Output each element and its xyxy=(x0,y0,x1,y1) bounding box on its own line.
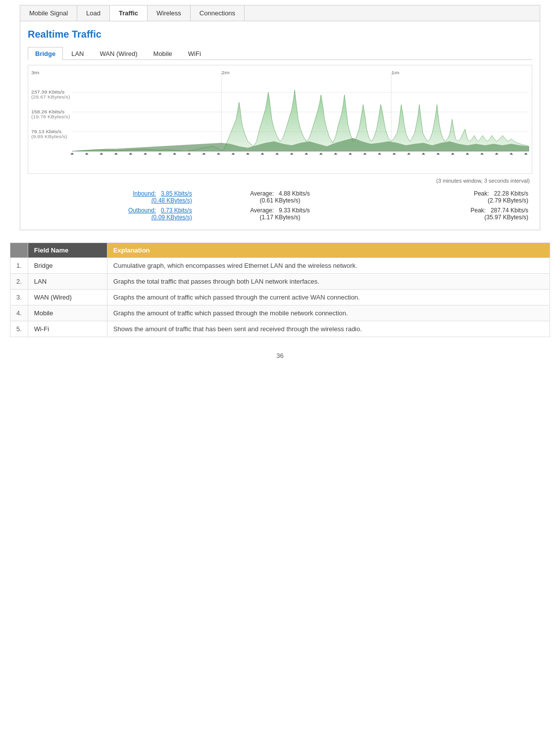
panel-title: Realtime Traffic xyxy=(28,29,532,40)
svg-marker-29 xyxy=(231,152,235,154)
svg-marker-35 xyxy=(319,152,323,154)
tab-load[interactable]: Load xyxy=(77,5,110,21)
row-explanation: Cumulative graph, which encompasses wire… xyxy=(107,258,550,274)
svg-text:1m: 1m xyxy=(391,70,399,75)
svg-text:3m: 3m xyxy=(31,70,39,75)
svg-marker-46 xyxy=(480,152,484,154)
svg-marker-22 xyxy=(129,152,132,154)
row-field-name: WAN (Wired) xyxy=(28,290,107,305)
row-num: 2. xyxy=(10,274,28,290)
svg-marker-37 xyxy=(349,152,352,154)
svg-text:79.13 Kbits/s: 79.13 Kbits/s xyxy=(31,129,62,134)
table-row: 5.Wi-FiShows the amount of traffic that … xyxy=(10,321,550,337)
svg-text:(19.78 KBytes/s): (19.78 KBytes/s) xyxy=(31,114,70,119)
row-num: 4. xyxy=(10,305,28,321)
outbound-peak-label: Peak: xyxy=(470,207,486,214)
inbound-value: 3.85 Kbits/s (0.48 KBytes/s) xyxy=(152,190,192,204)
svg-marker-42 xyxy=(422,152,425,154)
svg-marker-40 xyxy=(393,152,396,154)
svg-marker-24 xyxy=(158,152,162,154)
subtab-wifi[interactable]: WiFi xyxy=(181,47,208,60)
svg-marker-19 xyxy=(85,152,89,154)
col-header-field-name: Field Name xyxy=(28,243,107,258)
explanation-section: Field Name Explanation 1.BridgeCumulativ… xyxy=(10,243,550,337)
svg-marker-47 xyxy=(495,152,498,154)
subtab-wan-wired[interactable]: WAN (Wired) xyxy=(92,47,145,60)
outbound-label: Outbound: xyxy=(128,207,156,214)
svg-text:(9.89 KBytes/s): (9.89 KBytes/s) xyxy=(31,134,67,139)
row-field-name: Mobile xyxy=(28,305,107,321)
svg-marker-30 xyxy=(246,152,250,154)
svg-text:(29.67 KBytes/s): (29.67 KBytes/s) xyxy=(31,95,70,100)
svg-marker-43 xyxy=(436,152,440,154)
tab-wireless[interactable]: Wireless xyxy=(148,5,191,21)
row-field-name: Bridge xyxy=(28,258,107,274)
inbound-row: Inbound: 3.85 Kbits/s (0.48 KBytes/s) Av… xyxy=(28,189,532,205)
table-row: 2.LANGraphs the total traffic that passe… xyxy=(10,274,550,290)
svg-marker-33 xyxy=(290,152,294,154)
row-num: 1. xyxy=(10,258,28,274)
row-num: 3. xyxy=(10,290,28,305)
outbound-row: Outbound: 0.73 Kbits/s (0.09 KBytes/s) A… xyxy=(28,205,532,222)
row-num: 5. xyxy=(10,321,28,337)
svg-marker-45 xyxy=(465,152,469,154)
traffic-chart: 3m 2m 1m 237.39 Kbits/s (29.67 KBytes/s)… xyxy=(28,65,532,174)
inbound-avg-label: Average: xyxy=(250,190,274,197)
top-navigation: Mobile Signal Load Traffic Wireless Conn… xyxy=(20,5,540,21)
svg-marker-49 xyxy=(524,152,528,154)
row-field-name: LAN xyxy=(28,274,107,290)
svg-marker-21 xyxy=(114,152,118,154)
svg-marker-44 xyxy=(451,152,455,154)
outbound-value: 0.73 Kbits/s (0.09 KBytes/s) xyxy=(152,207,192,221)
chart-note: (3 minutes window, 3 seconds interval) xyxy=(28,178,532,184)
subtab-mobile[interactable]: Mobile xyxy=(146,47,180,60)
inbound-peak-value: 22.28 Kbits/s (2.79 KBytes/s) xyxy=(488,190,528,204)
table-row: 1.BridgeCumulative graph, which encompas… xyxy=(10,258,550,274)
row-explanation: Graphs the amount of traffic which passe… xyxy=(107,290,550,305)
svg-marker-25 xyxy=(173,152,176,154)
tab-connections[interactable]: Connections xyxy=(191,5,245,21)
svg-marker-26 xyxy=(188,152,191,154)
svg-text:158.26 Kbits/s: 158.26 Kbits/s xyxy=(31,109,64,114)
svg-text:237.39 Kbits/s: 237.39 Kbits/s xyxy=(31,90,64,95)
subtab-bridge[interactable]: Bridge xyxy=(28,47,63,60)
row-explanation: Shows the amount of traffic that has bee… xyxy=(107,321,550,337)
svg-marker-39 xyxy=(378,152,381,154)
row-explanation: Graphs the amount of traffic which passe… xyxy=(107,305,550,321)
svg-marker-27 xyxy=(202,152,205,154)
table-row: 4.MobileGraphs the amount of traffic whi… xyxy=(10,305,550,321)
outbound-peak-value: 287.74 Kbits/s (35.97 KBytes/s) xyxy=(484,207,528,221)
tab-traffic[interactable]: Traffic xyxy=(110,5,148,21)
stats-table: Inbound: 3.85 Kbits/s (0.48 KBytes/s) Av… xyxy=(28,189,532,222)
page-number: 36 xyxy=(0,352,560,359)
tab-mobile-signal[interactable]: Mobile Signal xyxy=(20,5,77,21)
svg-marker-28 xyxy=(217,152,220,154)
col-header-explanation: Explanation xyxy=(107,243,550,258)
inbound-peak-label: Peak: xyxy=(474,190,489,197)
svg-marker-34 xyxy=(305,152,308,154)
svg-marker-41 xyxy=(407,152,410,154)
svg-marker-20 xyxy=(100,152,103,154)
row-field-name: Wi-Fi xyxy=(28,321,107,337)
svg-marker-32 xyxy=(275,152,279,154)
svg-marker-14 xyxy=(72,90,529,151)
col-header-num xyxy=(10,243,28,258)
table-row: 3.WAN (Wired)Graphs the amount of traffi… xyxy=(10,290,550,305)
row-explanation: Graphs the total traffic that passes thr… xyxy=(107,274,550,290)
svg-marker-18 xyxy=(70,152,74,154)
outbound-avg-label: Average: xyxy=(250,207,274,214)
svg-marker-38 xyxy=(363,152,366,154)
sub-tabs: Bridge LAN WAN (Wired) Mobile WiFi xyxy=(28,47,532,60)
svg-marker-31 xyxy=(260,152,264,154)
svg-marker-36 xyxy=(334,152,337,154)
svg-marker-48 xyxy=(509,152,513,154)
svg-marker-23 xyxy=(144,152,147,154)
svg-text:2m: 2m xyxy=(221,70,229,75)
subtab-lan[interactable]: LAN xyxy=(64,47,91,60)
explanation-table: Field Name Explanation 1.BridgeCumulativ… xyxy=(10,243,550,337)
inbound-label: Inbound: xyxy=(133,190,156,197)
main-panel: Realtime Traffic Bridge LAN WAN (Wired) … xyxy=(20,21,540,230)
